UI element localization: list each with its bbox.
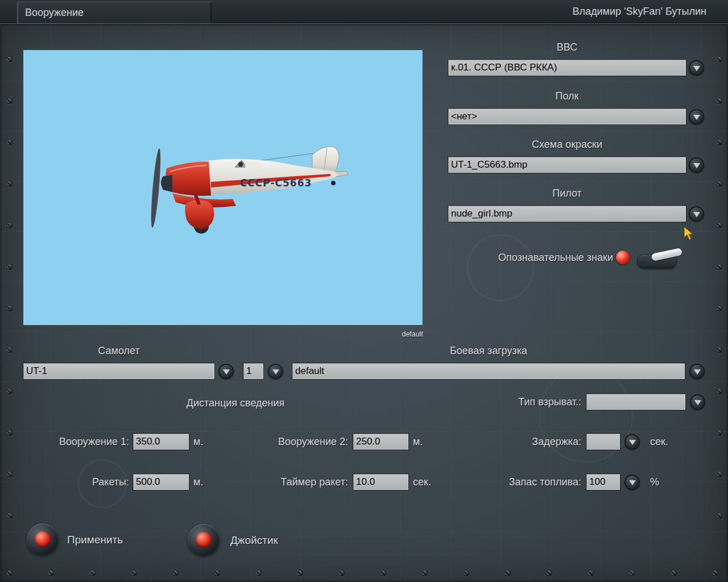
apply-button[interactable] <box>27 523 59 555</box>
rocket-timer-input[interactable] <box>353 473 409 490</box>
rivet <box>6 56 13 63</box>
vvs-dropdown-button[interactable] <box>689 60 704 76</box>
rivet <box>131 570 137 576</box>
fuel-select[interactable] <box>586 473 621 490</box>
rivet <box>6 388 13 394</box>
joystick-button-label: Джойстик <box>230 533 278 548</box>
delay-label: Задержка: <box>468 433 581 450</box>
rivet <box>172 570 179 576</box>
chevron-down-icon <box>694 369 701 375</box>
aircraft-count-dropdown-button[interactable] <box>268 364 283 379</box>
rivet <box>297 570 303 576</box>
pilot-label: Пилот <box>448 185 686 202</box>
rivet <box>716 388 722 394</box>
weapon2-unit: м. <box>413 433 436 450</box>
aircraft-dropdown-button[interactable] <box>218 364 234 379</box>
loadout-label: Боевая загрузка <box>292 342 685 359</box>
rivet <box>6 139 13 146</box>
chevron-down-icon <box>693 212 700 217</box>
rivet <box>712 570 718 576</box>
delay-select[interactable] <box>586 433 621 450</box>
rivet <box>89 570 96 576</box>
weapon1-unit: м. <box>193 433 216 450</box>
aircraft-select[interactable]: UT-1 <box>23 363 215 380</box>
rivet <box>671 570 677 576</box>
rivet <box>338 570 345 576</box>
skin-value: UT-1_C5663.bmp <box>451 159 527 170</box>
convergence-title: Дистанция сведения <box>135 394 336 411</box>
aircraft-marking: СССР-С5663 <box>240 177 312 189</box>
rivet <box>6 98 13 104</box>
chevron-down-icon <box>629 440 636 445</box>
aircraft-count-select[interactable]: 1 <box>243 363 264 380</box>
chevron-down-icon <box>693 163 700 168</box>
rocket-timer-label: Таймер ракет: <box>228 473 348 490</box>
rivet <box>504 570 511 576</box>
pilot-select[interactable]: nude_girl.bmp <box>448 205 686 222</box>
rivet <box>214 570 220 576</box>
rivet <box>716 56 722 63</box>
pilot-value: nude_girl.bmp <box>451 208 512 219</box>
regiment-dropdown-button[interactable] <box>689 109 704 124</box>
aircraft-image: СССР-С5663 <box>23 50 424 326</box>
joystick-button[interactable] <box>188 524 220 556</box>
fuse-dropdown-button[interactable] <box>690 394 705 410</box>
chevron-down-icon <box>693 66 700 71</box>
rockets-unit: м. <box>193 473 216 490</box>
skin-select[interactable]: UT-1_C5663.bmp <box>448 156 686 173</box>
apply-button-label: Применить <box>67 532 123 548</box>
skin-label: Схема окраски <box>448 136 686 153</box>
rocket-timer-unit: сек. <box>413 473 447 490</box>
mouse-cursor <box>684 226 693 243</box>
fuel-dropdown-button[interactable] <box>624 475 640 490</box>
rivet <box>6 347 13 353</box>
chevron-down-icon <box>694 400 701 405</box>
rockets-label: Ракеты: <box>14 473 129 490</box>
tab-armament[interactable]: Вооружение <box>17 2 212 23</box>
loadout-select[interactable]: default <box>292 363 685 380</box>
rivet <box>546 570 552 576</box>
rivet <box>716 513 722 519</box>
rivet <box>6 430 13 436</box>
aircraft-count-value: 1 <box>246 365 251 376</box>
rivet <box>255 570 262 576</box>
fuse-select[interactable] <box>586 393 686 410</box>
rivet <box>629 570 635 576</box>
chevron-down-icon <box>629 480 636 485</box>
vvs-label: ВВС <box>448 39 686 56</box>
fuel-unit: % <box>650 473 673 490</box>
fuel-label: Запас топлива: <box>450 473 581 490</box>
weapon2-input[interactable] <box>353 433 409 450</box>
chevron-down-icon <box>693 115 700 120</box>
markings-indicator-lamp <box>616 251 630 264</box>
chevron-down-icon <box>272 369 279 375</box>
aircraft-preview: СССР-С5663 <box>23 49 423 326</box>
preview-caption: default <box>318 330 423 338</box>
skin-dropdown-button[interactable] <box>689 157 704 173</box>
vvs-value: к.01. СССР (ВВС РККА) <box>451 62 557 73</box>
rivet <box>6 305 13 311</box>
weapon1-input[interactable] <box>133 433 189 450</box>
vvs-select[interactable]: к.01. СССР (ВВС РККА) <box>448 59 686 76</box>
regiment-label: Полк <box>448 88 686 105</box>
rivet <box>716 305 722 311</box>
rivet <box>716 98 722 104</box>
rivet <box>463 570 469 576</box>
aircraft-value: UT-1 <box>26 365 47 376</box>
rockets-input[interactable] <box>133 473 189 490</box>
rivet <box>716 264 722 270</box>
regiment-select[interactable]: <нет> <box>448 108 686 125</box>
loadout-value: default <box>295 365 324 376</box>
rivet <box>716 181 722 187</box>
fuse-label: Тип взрыват.: <box>450 393 581 410</box>
rivet <box>48 570 54 576</box>
regiment-value: <нет> <box>451 111 477 122</box>
rivet <box>716 222 722 228</box>
player-name: Владимир 'SkyFan' Бутылин <box>572 0 706 23</box>
loadout-dropdown-button[interactable] <box>689 364 705 379</box>
pilot-dropdown-button[interactable] <box>689 206 704 222</box>
rivet <box>6 471 13 477</box>
delay-dropdown-button[interactable] <box>624 434 640 450</box>
markings-label: Опознавательные знаки <box>392 249 613 266</box>
rivet <box>716 471 722 477</box>
